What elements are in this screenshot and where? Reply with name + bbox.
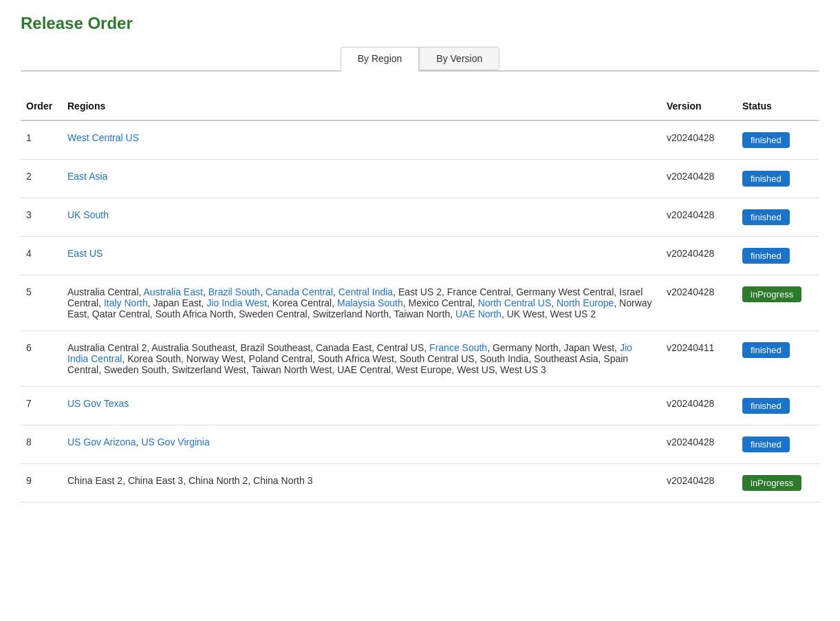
table-row: 4East USv20240428finished bbox=[21, 237, 819, 275]
region-text: South India bbox=[480, 353, 529, 364]
region-link[interactable]: UAE North bbox=[455, 308, 502, 319]
version-cell: v20240428 bbox=[661, 198, 737, 237]
region-text: East US 2 bbox=[398, 286, 442, 297]
region-text: UK West bbox=[507, 308, 545, 319]
region-text: Australia Southeast bbox=[151, 342, 235, 353]
region-link[interactable]: Jio India West bbox=[206, 297, 267, 308]
region-text: South Central US bbox=[400, 353, 475, 364]
region-text: China North 2 bbox=[189, 475, 248, 486]
region-text: Canada East bbox=[316, 342, 371, 353]
region-text: Australia Central bbox=[67, 286, 139, 297]
table-row: 1West Central USv20240428finished bbox=[21, 120, 819, 160]
version-cell: v20240428 bbox=[661, 237, 737, 275]
col-header-version: Version bbox=[661, 92, 737, 120]
status-badge: finished bbox=[742, 342, 790, 358]
order-cell: 2 bbox=[21, 160, 62, 198]
status-cell: finished bbox=[737, 425, 819, 464]
region-text: Switzerland North bbox=[312, 308, 389, 319]
region-link[interactable]: UK South bbox=[67, 209, 109, 220]
region-text: UAE Central bbox=[337, 364, 391, 375]
table-row: 3UK Southv20240428finished bbox=[21, 198, 819, 237]
status-badge: finished bbox=[742, 398, 790, 414]
region-cell: Australia Central 2, Australia Southeast… bbox=[62, 331, 661, 387]
region-text: West US bbox=[457, 364, 495, 375]
region-text: Switzerland West bbox=[172, 364, 246, 375]
order-cell: 8 bbox=[21, 425, 62, 464]
region-link[interactable]: France South bbox=[429, 342, 487, 353]
region-link[interactable]: Canada Central bbox=[266, 286, 333, 297]
table-row: 5Australia Central, Australia East, Braz… bbox=[21, 275, 819, 331]
region-link[interactable]: Malaysia South bbox=[337, 297, 403, 308]
region-text: West Europe bbox=[396, 364, 452, 375]
region-cell: US Gov Arizona, US Gov Virginia bbox=[62, 425, 661, 464]
status-cell: inProgress bbox=[737, 275, 819, 331]
version-cell: v20240428 bbox=[661, 120, 737, 160]
region-text: Australia Central 2 bbox=[67, 342, 147, 353]
region-link[interactable]: Central India bbox=[338, 286, 393, 297]
region-text: China East 2 bbox=[67, 475, 122, 486]
region-text: Sweden South bbox=[104, 364, 166, 375]
region-text: Poland Central bbox=[249, 353, 313, 364]
region-cell: UK South bbox=[62, 198, 661, 237]
region-link[interactable]: Brazil South bbox=[208, 286, 260, 297]
region-text: Korea South bbox=[127, 353, 181, 364]
region-link[interactable]: North Central US bbox=[478, 297, 552, 308]
status-badge: finished bbox=[742, 436, 790, 452]
region-cell: China East 2, China East 3, China North … bbox=[62, 464, 661, 503]
status-cell: finished bbox=[737, 160, 819, 198]
region-link[interactable]: North Europe bbox=[557, 297, 614, 308]
status-cell: finished bbox=[737, 387, 819, 425]
region-link[interactable]: US Gov Texas bbox=[67, 398, 129, 409]
region-cell: West Central US bbox=[62, 120, 661, 160]
tab-by-region[interactable]: By Region bbox=[341, 47, 420, 72]
region-text: Japan East bbox=[153, 297, 202, 308]
status-cell: finished bbox=[737, 198, 819, 237]
table-row: 8US Gov Arizona, US Gov Virginiav2024042… bbox=[21, 425, 819, 464]
tab-by-version[interactable]: By Version bbox=[419, 47, 499, 70]
version-cell: v20240428 bbox=[661, 160, 737, 198]
region-text: China North 3 bbox=[253, 475, 312, 486]
status-badge: finished bbox=[742, 248, 790, 264]
table-row: 2East Asiav20240428finished bbox=[21, 160, 819, 198]
region-cell: East US bbox=[62, 237, 661, 275]
order-cell: 6 bbox=[21, 331, 62, 387]
status-badge: inProgress bbox=[742, 286, 801, 302]
region-text: Korea Central bbox=[272, 297, 332, 308]
region-text: Sweden Central bbox=[239, 308, 308, 319]
region-text: Qatar Central bbox=[92, 308, 150, 319]
order-cell: 5 bbox=[21, 275, 62, 331]
status-badge: finished bbox=[742, 132, 790, 148]
status-cell: finished bbox=[737, 120, 819, 160]
region-link[interactable]: East US bbox=[67, 248, 103, 259]
region-text: China East 3 bbox=[128, 475, 183, 486]
order-cell: 4 bbox=[21, 237, 62, 275]
region-link[interactable]: Australia East bbox=[144, 286, 203, 297]
region-text: Central US bbox=[377, 342, 424, 353]
version-cell: v20240428 bbox=[661, 425, 737, 464]
col-header-status: Status bbox=[737, 92, 819, 120]
region-text: Taiwan North West bbox=[251, 364, 332, 375]
col-header-order: Order bbox=[21, 92, 62, 120]
status-cell: finished bbox=[737, 331, 819, 387]
region-link[interactable]: US Gov Virginia bbox=[141, 436, 209, 448]
version-cell: v20240428 bbox=[661, 464, 737, 503]
region-text: South Africa North bbox=[155, 308, 234, 319]
region-link[interactable]: West Central US bbox=[67, 132, 139, 143]
region-text: West US 2 bbox=[550, 308, 596, 319]
status-cell: inProgress bbox=[737, 464, 819, 503]
order-cell: 1 bbox=[21, 120, 62, 160]
region-text: France Central bbox=[447, 286, 511, 297]
region-text: Germany North bbox=[493, 342, 559, 353]
order-cell: 7 bbox=[21, 387, 62, 425]
page-title: Release Order bbox=[21, 14, 819, 33]
order-cell: 9 bbox=[21, 464, 62, 503]
region-link[interactable]: East Asia bbox=[67, 171, 107, 182]
region-cell: US Gov Texas bbox=[62, 387, 661, 425]
col-header-regions: Regions bbox=[62, 92, 661, 120]
region-link[interactable]: Italy North bbox=[104, 297, 148, 308]
region-text: Norway West bbox=[186, 353, 244, 364]
region-link[interactable]: US Gov Arizona bbox=[67, 436, 136, 448]
status-cell: finished bbox=[737, 237, 819, 275]
status-badge: finished bbox=[742, 171, 790, 187]
tab-bar: By Region By Version bbox=[21, 47, 819, 72]
